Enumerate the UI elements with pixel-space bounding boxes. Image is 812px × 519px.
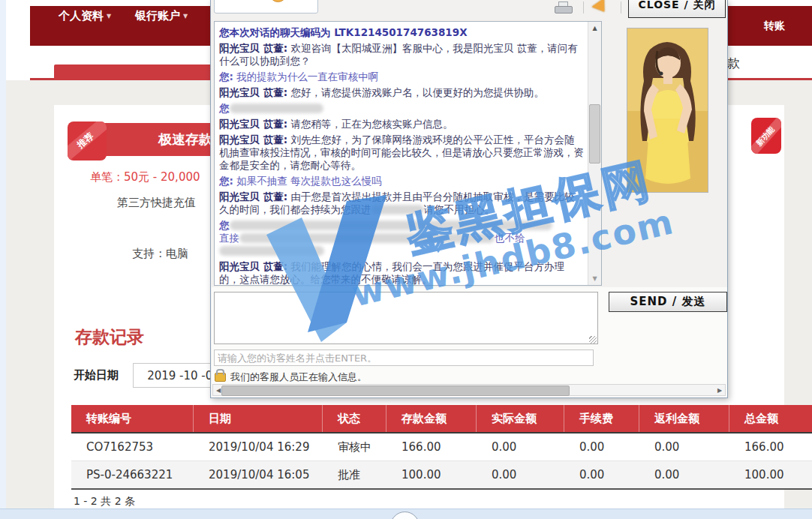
message-text: 直接 bbox=[219, 232, 239, 244]
chat-message: 阳光宝贝 苡蕫: 欢迎咨询【太阳城亚洲】客服中心，我是阳光宝贝 苡蕫，请问有什么… bbox=[219, 42, 584, 68]
redacted-text bbox=[239, 233, 495, 243]
start-date-label: 开始日期 bbox=[74, 368, 119, 382]
deposit-support-text: 支持：电脑 bbox=[132, 247, 188, 261]
table-cell: CO7162753 bbox=[71, 434, 194, 460]
chat-message: 阳光宝贝 苡蕫: 您好，请您提供游戏账户名，以便更好的为您提供协助。 bbox=[219, 86, 584, 99]
message-sender: 您 bbox=[219, 219, 230, 231]
typing-notice: 我们的客服人员正在输入信息。 bbox=[230, 370, 367, 384]
message-sender: 您: bbox=[219, 175, 233, 187]
chat-message: 您本次对话的聊天编码为 LTK121450174763819X bbox=[219, 26, 584, 39]
print-icon[interactable] bbox=[555, 2, 573, 14]
table-cell: 批准 bbox=[323, 461, 386, 488]
message-text: 请您稍等，正在为您核实账户信息。 bbox=[287, 118, 453, 130]
table-row: CO71627532019/10/04 16:29审核中166.000.000.… bbox=[71, 434, 812, 461]
printer-body bbox=[555, 6, 573, 14]
table-cell: 0.00 bbox=[477, 461, 564, 488]
table-cell: 166.00 bbox=[386, 434, 477, 460]
nav-item-bank-account[interactable]: 银行账户 ▼ bbox=[135, 9, 188, 23]
nav-item-label: 个人资料 bbox=[59, 9, 104, 23]
table-cell: 0.00 bbox=[639, 461, 729, 488]
chat-window: CLOSE / 关闭 您本次对话的聊天编码为 LTK12145017476381… bbox=[210, 0, 728, 398]
new-feature-badge: 新功能 bbox=[751, 118, 781, 154]
message-textarea[interactable] bbox=[214, 292, 598, 344]
column-header: 返利金额 bbox=[639, 405, 729, 432]
chat-message: 阳光宝贝 苡蕫: 请您稍等，正在为您核实账户信息。 bbox=[219, 118, 584, 130]
tab-partial-label[interactable]: 款 bbox=[727, 55, 740, 72]
recommended-ribbon: 推荐 bbox=[68, 122, 107, 160]
table-cell: 0.00 bbox=[477, 434, 564, 460]
table-cell: 审核中 bbox=[323, 434, 386, 460]
redacted-text bbox=[371, 205, 424, 214]
scrollbar-thumb[interactable] bbox=[589, 104, 600, 164]
pagination-text: 1 - 2 共 2 条 bbox=[74, 495, 135, 508]
message-sender: 您 bbox=[219, 102, 230, 114]
table-row: PS-0-246632212019/10/04 16:05批准100.000.0… bbox=[71, 461, 812, 490]
message-text: 请您不用担心。 bbox=[424, 203, 495, 215]
message-sender: 阳光宝贝 苡蕫: bbox=[219, 260, 287, 272]
column-header: 手续费 bbox=[564, 405, 639, 432]
nav-item-transfer[interactable]: 转账 bbox=[764, 20, 785, 33]
column-header: 日期 bbox=[194, 405, 323, 432]
column-header: 总金额 bbox=[729, 405, 812, 432]
chat-message: 您: 我的提款为什么一直在审核中啊 bbox=[219, 70, 584, 83]
chat-message: 您: 如果不抽查 每次提款也这么慢吗 bbox=[219, 175, 584, 188]
emoji-icon bbox=[269, 0, 287, 2]
table-cell: 0.00 bbox=[564, 434, 639, 460]
badge-label: 新功能 bbox=[751, 122, 779, 151]
close-button[interactable]: CLOSE / 关闭 bbox=[628, 0, 726, 18]
table-cell: 166.00 bbox=[729, 434, 812, 460]
chevron-down-icon: ▼ bbox=[183, 13, 188, 20]
chat-log-panel: 您本次对话的聊天编码为 LTK121450174763819X阳光宝贝 苡蕫: … bbox=[214, 21, 602, 286]
nav-item-profile[interactable]: 个人资料 ▼ bbox=[59, 9, 111, 23]
visitor-name-input[interactable] bbox=[214, 350, 594, 366]
message-text: 如果不抽查 每次提款也这么慢吗 bbox=[233, 175, 382, 187]
table-cell: 0.00 bbox=[639, 434, 729, 460]
chat-message: 阳光宝贝 苡蕫: 由于您是首次提出提款并且由平台分随机抽取审核，是需要比较久的时… bbox=[219, 190, 584, 216]
message-sender: 阳光宝贝 苡蕫: bbox=[219, 118, 287, 130]
message-sender: 阳光宝贝 苡蕫: bbox=[219, 42, 287, 54]
resize-handle-icon[interactable] bbox=[589, 336, 597, 344]
deposit-method-text: 第三方快捷充值 bbox=[117, 196, 196, 210]
toolbar-divider bbox=[583, 2, 584, 14]
chat-messages: 您本次对话的聊天编码为 LTK121450174763819X阳光宝贝 苡蕫: … bbox=[219, 26, 584, 286]
table-cell: 100.00 bbox=[729, 461, 812, 488]
quick-message-input[interactable] bbox=[214, 0, 318, 14]
deposit-table: 转账编号日期状态存款金额实际金额手续费返利金额总金额 CO71627532019… bbox=[71, 405, 812, 490]
column-header: 实际金额 bbox=[477, 405, 564, 432]
screen: 个人资料 ▼ 银行账户 ▼ 转账 款 极速存款 推荐 新功能 单笔：50元 - … bbox=[0, 0, 812, 519]
chat-message: 您直接也不给 bbox=[219, 219, 584, 257]
send-button[interactable]: SEND / 发送 bbox=[609, 292, 727, 312]
table-header-row: 转账编号日期状态存款金额实际金额手续费返利金额总金额 bbox=[71, 405, 812, 434]
agent-photo-graphic bbox=[627, 28, 708, 192]
vertical-scrollbar[interactable]: ▲ ▼ bbox=[588, 22, 601, 285]
table-body: CO71627532019/10/04 16:29审核中166.000.000.… bbox=[71, 434, 812, 490]
message-text: 也不给 bbox=[495, 232, 525, 244]
scroll-down-icon[interactable]: ▼ bbox=[588, 272, 601, 285]
records-title: 存款记录 bbox=[75, 326, 144, 349]
column-header: 状态 bbox=[323, 405, 386, 432]
toolbar-divider bbox=[621, 2, 621, 14]
column-header: 存款金额 bbox=[386, 405, 477, 432]
redacted-text bbox=[219, 246, 324, 256]
chat-message: 您 bbox=[219, 102, 584, 115]
deposit-limit-text: 单笔：50元 - 20,000 bbox=[90, 170, 200, 184]
column-header: 转账编号 bbox=[71, 405, 194, 432]
message-sender: 阳光宝贝 苡蕫: bbox=[219, 190, 287, 202]
message-sender: 阳光宝贝 苡蕫: bbox=[219, 86, 287, 98]
nav-item-label: 银行账户 bbox=[135, 9, 180, 23]
agent-photo bbox=[627, 28, 708, 193]
scroll-right-icon[interactable]: ▶ bbox=[714, 385, 725, 395]
message-sender: 阳光宝贝 苡蕫: bbox=[219, 134, 287, 146]
lock-icon bbox=[215, 373, 226, 382]
chat-message: 阳光宝贝 苡蕫: 我们能理解您的心情，我们会一直为您跟进并催促平台方办理的，这点… bbox=[219, 260, 584, 286]
message-text: 您好，请您提供游戏账户名，以便更好的为您提供协助。 bbox=[287, 86, 544, 98]
chat-message: 阳光宝贝 苡蕫: 刘先生您好，为了保障网络游戏环境的公平公正性，平台方会随机抽查… bbox=[219, 134, 584, 172]
redacted-text bbox=[230, 220, 552, 230]
horizontal-scrollbar[interactable]: ◀ ▶ bbox=[212, 384, 726, 396]
table-cell: 100.00 bbox=[386, 461, 477, 488]
scroll-up-icon[interactable]: ▲ bbox=[588, 22, 601, 34]
hscrollbar-thumb[interactable] bbox=[221, 386, 570, 396]
table-cell: 0.00 bbox=[564, 461, 639, 488]
send-transcript-icon[interactable] bbox=[592, 0, 611, 16]
table-cell: 2019/10/04 16:29 bbox=[194, 434, 323, 460]
